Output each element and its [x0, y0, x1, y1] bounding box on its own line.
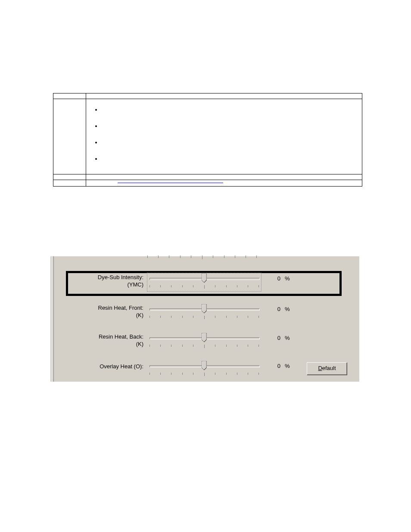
label-line1: Dye-Sub Intensity:: [98, 274, 143, 280]
row4-label: [53, 180, 86, 187]
percent-sign: %: [285, 306, 290, 312]
slider-thumb[interactable]: [202, 274, 207, 283]
percent-sign: %: [285, 335, 290, 341]
slider-thumb[interactable]: [202, 304, 207, 314]
dialog-screenshot: Dye-Sub Intensity: (YMC): [50, 256, 360, 382]
slider-ticks: [149, 345, 259, 348]
percent-sign: %: [285, 275, 290, 282]
row2-content: [86, 99, 362, 174]
dialog-panel: Dye-Sub Intensity: (YMC): [50, 256, 360, 382]
slider-thumb[interactable]: [202, 333, 207, 342]
label-line2: (K): [70, 340, 143, 348]
slider-label: Overlay Heat (O):: [70, 363, 143, 382]
default-button[interactable]: Default: [307, 362, 347, 375]
groupbox-left-edge: [52, 256, 54, 382]
slider-value: 0: [272, 275, 280, 282]
slider-label: Resin Heat, Back: (K): [70, 333, 143, 352]
row3-content: [86, 174, 362, 180]
row4-content: [86, 180, 362, 187]
slider-ticks: [149, 373, 259, 376]
slider-row-resin-back: Resin Heat, Back: (K): [70, 333, 349, 355]
row3-label: [53, 174, 86, 180]
bullet-item: [102, 122, 358, 129]
label-line1: Resin Heat, Back:: [99, 333, 143, 340]
slider-ticks: [149, 285, 259, 289]
slider-value: 0: [272, 363, 280, 369]
slider-row-resin-front: Resin Heat, Front: (K): [70, 304, 349, 326]
resin-heat-back-slider[interactable]: [149, 335, 259, 352]
slider-row-dye-sub: Dye-Sub Intensity: (YMC): [70, 274, 349, 295]
resin-heat-front-slider[interactable]: [149, 306, 259, 323]
bullet-item: [102, 106, 358, 113]
default-rest: efault: [322, 365, 336, 371]
slider-thumb[interactable]: [202, 361, 207, 370]
bullet-item: [102, 155, 358, 162]
prev-slider-ticks: [147, 255, 257, 260]
table-row: [53, 180, 362, 187]
doc-table: [53, 93, 362, 187]
default-mnemonic: D: [318, 365, 322, 371]
table-row: [53, 174, 362, 180]
row1-content: [86, 93, 362, 99]
slider-value: 0: [272, 335, 280, 341]
label-line2: (K): [70, 311, 143, 319]
table-row: [53, 93, 362, 99]
slider-label: Dye-Sub Intensity: (YMC): [70, 274, 143, 292]
slider-value: 0: [272, 306, 280, 312]
overlay-heat-slider[interactable]: [149, 363, 259, 380]
row2-bullets: [102, 106, 358, 162]
slider-ticks: [149, 316, 259, 319]
percent-sign: %: [285, 363, 290, 369]
label-line1: Resin Heat, Front:: [98, 305, 144, 311]
slider-label: Resin Heat, Front: (K): [70, 304, 143, 323]
row1-label: [53, 93, 86, 99]
table-row: [53, 99, 362, 174]
bullet-item: [102, 139, 358, 146]
row2-label: [53, 99, 86, 174]
dye-sub-intensity-slider[interactable]: [149, 275, 259, 292]
label-line2: (YMC): [70, 281, 143, 288]
label-line1: Overlay Heat (O):: [100, 363, 143, 370]
